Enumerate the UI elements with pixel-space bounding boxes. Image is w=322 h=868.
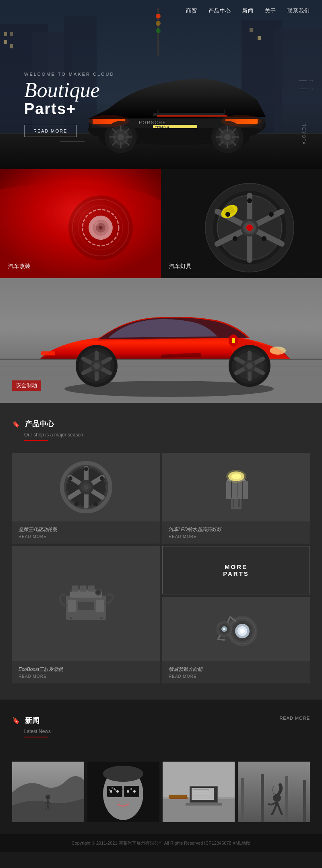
nav-商贸[interactable]: 商贸 <box>186 7 197 15</box>
split-right-car-lights[interactable]: 汽车灯具 <box>161 169 322 278</box>
product-readmore-wheel[interactable]: READ MORE <box>19 534 153 539</box>
product-image-wheel <box>12 453 160 521</box>
split-right-label: 汽车灯具 <box>169 263 192 270</box>
hero-section: TEXAS ★ BNV•8412 PORSCHE <box>0 0 322 169</box>
products-underline <box>24 440 48 441</box>
svg-point-42 <box>118 134 124 140</box>
products-subtitle: Our shop is a major season <box>24 432 310 438</box>
svg-rect-139 <box>226 481 231 499</box>
news-card-1[interactable] <box>12 762 84 822</box>
news-card-2[interactable] <box>87 762 159 822</box>
arrow-line-2 <box>299 89 307 89</box>
hero-welcome-text: WELCOME TO MAKER CLOUD <box>24 72 115 77</box>
arrow-line-1 <box>299 81 307 81</box>
nav-联系我们[interactable]: 联系我们 <box>287 7 310 15</box>
news-read-more-button[interactable]: READ MORE <box>279 716 310 721</box>
svg-point-93 <box>233 236 237 241</box>
product-card-wheel[interactable]: 品牌三代驱动轮毂 READ MORE <box>12 453 160 544</box>
news-card-2-bg <box>87 762 159 822</box>
svg-point-158 <box>70 617 72 619</box>
svg-rect-5 <box>274 28 322 137</box>
svg-point-15 <box>156 28 161 33</box>
svg-rect-8 <box>4 40 7 44</box>
products-icon: 🔖 <box>12 420 20 428</box>
svg-point-190 <box>115 789 116 791</box>
svg-point-65 <box>221 115 262 127</box>
news-card-4[interactable] <box>238 762 310 822</box>
product-card-led[interactable]: 汽车LED防水超高亮灯灯 READ MORE <box>162 453 310 544</box>
svg-text:PORSCHE: PORSCHE <box>139 120 166 125</box>
svg-rect-201 <box>193 793 211 794</box>
svg-rect-208 <box>303 780 306 822</box>
footer: Copyright © 2011-2021 某某汽车展示有限公司 All Rig… <box>0 834 322 852</box>
svg-point-130 <box>84 485 89 490</box>
product-name-led: 汽车LED防水超高亮灯灯 <box>169 526 303 533</box>
svg-rect-104 <box>232 338 235 343</box>
news-title: 新闻 <box>25 716 39 725</box>
svg-point-90 <box>247 198 252 203</box>
nav-新闻[interactable]: 新闻 <box>242 7 254 15</box>
more-parts-card[interactable]: MORE PARTS <box>162 546 310 594</box>
svg-point-155 <box>96 590 100 594</box>
news-card-4-bg <box>238 762 310 822</box>
split-left-car-mod[interactable]: 汽车改装 <box>0 169 161 278</box>
nav-关于[interactable]: 关于 <box>265 7 276 15</box>
svg-point-91 <box>269 212 274 217</box>
nav-产品中心[interactable]: 产品中心 <box>208 7 231 15</box>
navbar: 商贸 产品中心 新闻 关于 联系我们 <box>0 0 322 22</box>
product-image-led <box>162 453 310 521</box>
svg-rect-24 <box>224 110 225 114</box>
svg-rect-23 <box>157 110 159 114</box>
product-readmore-steering[interactable]: READ MORE <box>169 674 303 679</box>
svg-point-92 <box>262 236 266 241</box>
svg-point-171 <box>45 795 50 799</box>
product-card-engine[interactable]: EcoBoost三缸发动机 READ MORE <box>12 546 160 683</box>
product-readmore-engine[interactable]: READ MORE <box>19 674 153 679</box>
ferrari-section: 安全制动 <box>0 278 322 403</box>
split-section: 汽车改装 <box>0 169 322 278</box>
news-section: 🔖 新闻 Latest News READ MORE <box>0 700 322 834</box>
svg-point-133 <box>94 502 98 506</box>
news-grid <box>12 762 310 822</box>
products-grid: 品牌三代驱动轮毂 READ MORE <box>12 453 310 683</box>
news-icon: 🔖 <box>12 717 20 725</box>
footer-copyright: Copyright © 2011-2021 某某汽车展示有限公司 All Rig… <box>72 841 251 845</box>
svg-rect-10 <box>250 28 253 32</box>
svg-point-131 <box>84 467 88 471</box>
product-readmore-led[interactable]: READ MORE <box>169 534 303 539</box>
hero-read-more-button[interactable]: READ MORE <box>24 125 77 137</box>
svg-rect-197 <box>186 803 222 806</box>
split-left-label: 汽车改装 <box>8 263 31 270</box>
svg-rect-153 <box>78 602 94 610</box>
product-name-engine: EcoBoost三缸发动机 <box>19 666 153 673</box>
svg-point-112 <box>246 363 253 369</box>
svg-rect-203 <box>169 795 187 798</box>
svg-point-182 <box>110 790 112 793</box>
product-name-steering: 续威勃劲方向能 <box>169 666 303 673</box>
hero-title-parts: Parts+ <box>24 101 115 118</box>
svg-point-94 <box>225 212 230 217</box>
svg-rect-137 <box>233 499 234 507</box>
svg-rect-199 <box>193 789 209 790</box>
svg-rect-200 <box>193 791 207 792</box>
news-card-3-bg <box>163 762 235 822</box>
product-image-engine <box>12 546 160 661</box>
news-subtitle: Latest News <box>24 729 51 734</box>
news-card-3[interactable] <box>163 762 235 822</box>
arrow-right-icon: → <box>308 77 314 84</box>
product-info-steering: 续威勃劲方向能 READ MORE <box>162 661 310 683</box>
ferrari-label: 安全制动 <box>12 380 41 391</box>
product-card-steering[interactable]: 续威勃劲方向能 READ MORE <box>162 597 310 683</box>
svg-rect-6 <box>4 32 7 36</box>
svg-point-187 <box>133 790 136 793</box>
svg-rect-206 <box>261 774 264 822</box>
product-image-steering <box>162 597 310 661</box>
svg-rect-150 <box>88 586 95 592</box>
svg-rect-142 <box>243 481 248 499</box>
hero-title-boutique: Boutique <box>24 80 115 101</box>
svg-point-188 <box>109 789 110 791</box>
svg-point-169 <box>223 628 225 630</box>
svg-point-135 <box>68 476 72 480</box>
svg-rect-180 <box>124 786 139 797</box>
svg-point-159 <box>100 617 103 619</box>
